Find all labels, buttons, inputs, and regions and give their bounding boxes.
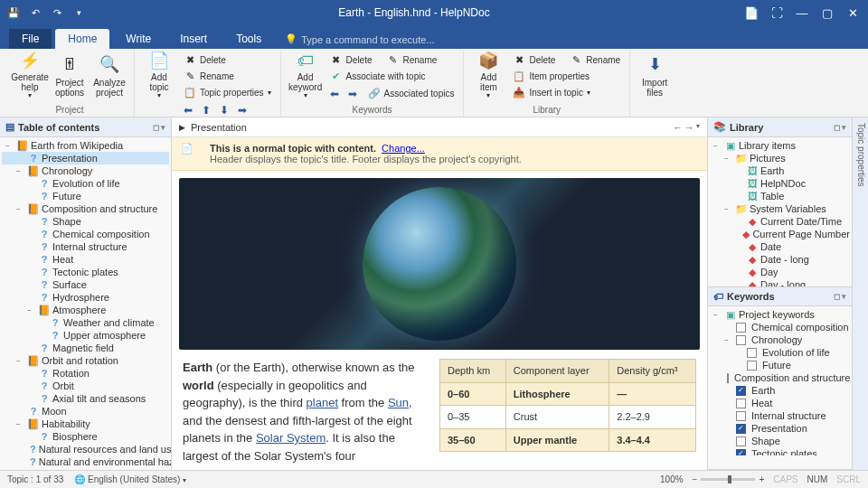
expand-toggle[interactable]: − <box>724 155 733 163</box>
tree-item[interactable]: ?Chemical composition <box>2 228 169 240</box>
analyze-project-button[interactable]: 🔍Analyze project <box>90 51 128 101</box>
tree-item[interactable]: ?Shape <box>2 215 169 228</box>
keyword-checkbox[interactable] <box>736 386 746 396</box>
tree-item[interactable]: ?Internal structure <box>2 240 169 253</box>
tree-item[interactable]: Composition and structure <box>710 371 850 384</box>
keyword-checkbox[interactable] <box>747 348 757 358</box>
breadcrumb-item[interactable]: Presentation <box>191 122 247 133</box>
tab-home[interactable]: Home <box>55 29 109 49</box>
maximize-button[interactable]: ▢ <box>816 1 839 24</box>
tree-item[interactable]: Evolution of life <box>710 346 850 359</box>
tree-item[interactable]: Shape <box>710 435 850 447</box>
panel-close[interactable]: ▾ <box>842 123 846 132</box>
tab-tools[interactable]: Tools <box>223 29 274 49</box>
keyword-checkbox[interactable] <box>736 436 746 446</box>
tree-item[interactable]: ?Orbit <box>2 380 169 392</box>
panel-pin[interactable]: ◻ <box>153 123 159 132</box>
expand-toggle[interactable]: − <box>27 306 36 314</box>
tree-item[interactable]: ?Upper atmosphere <box>2 329 169 342</box>
library-tree[interactable]: −▣Library items−📁Pictures🖼Earth🖼HelpNDoc… <box>708 137 852 286</box>
topic-content[interactable]: Earth (or the Earth), otherwise known as… <box>172 171 707 470</box>
zoom-slider[interactable] <box>701 478 755 481</box>
panel-pin[interactable]: ◻ <box>834 123 840 132</box>
rename-item-button[interactable]: ✎Rename <box>566 52 624 68</box>
keyword-checkbox[interactable] <box>736 424 746 434</box>
expand-toggle[interactable]: − <box>713 142 722 150</box>
insert-in-topic-button[interactable]: 📥Insert in topic ▾ <box>509 85 624 100</box>
close-button[interactable]: ✕ <box>841 1 864 24</box>
zoom-out-button[interactable]: − <box>693 474 698 484</box>
keyword-checkbox[interactable] <box>736 335 746 345</box>
expand-toggle[interactable]: − <box>16 167 25 175</box>
tree-item[interactable]: Earth <box>710 384 850 397</box>
expand-toggle[interactable]: − <box>724 205 733 213</box>
tree-item[interactable]: −📙Habitability <box>2 418 169 430</box>
add-item-button[interactable]: 📦Add item▾ <box>469 51 507 101</box>
move-right-button[interactable]: ➡ <box>234 103 250 117</box>
tree-item[interactable]: ?Surface <box>2 278 169 291</box>
change-link[interactable]: Change... <box>382 143 425 154</box>
kw-move-right[interactable]: ➡ <box>344 87 361 101</box>
tree-item[interactable]: ?Future <box>2 190 169 202</box>
import-files-button[interactable]: ⬇Import files <box>636 51 674 101</box>
tab-file[interactable]: File <box>9 29 52 49</box>
rename-keyword-button[interactable]: ✎Rename <box>383 52 441 68</box>
tree-item[interactable]: −📙Atmosphere <box>2 304 169 316</box>
tell-me[interactable]: 💡Type a command to execute... <box>278 30 441 49</box>
add-keyword-button[interactable]: 🏷Add keyword▾ <box>287 51 325 101</box>
expand-toggle[interactable]: − <box>5 142 14 150</box>
expand-toggle[interactable]: − <box>713 311 722 319</box>
qat-dropdown[interactable]: ▾ <box>69 3 89 23</box>
tree-item[interactable]: ?Evolution of life <box>2 177 169 190</box>
tree-item[interactable]: −📙Chronology <box>2 164 169 177</box>
move-left-button[interactable]: ⬅ <box>180 103 196 117</box>
tree-item[interactable]: Chemical composition <box>710 321 850 333</box>
tree-item[interactable]: ?Moon <box>2 405 169 418</box>
panel-close[interactable]: ▾ <box>161 123 165 132</box>
redo-button[interactable]: ↷ <box>47 3 67 23</box>
help-button[interactable]: 📄 <box>740 1 763 24</box>
keyword-checkbox[interactable] <box>736 411 746 421</box>
expand-toggle[interactable]: − <box>16 357 25 365</box>
delete-keyword-button[interactable]: ✖Delete <box>326 52 376 68</box>
zoom-in-button[interactable]: + <box>759 474 764 484</box>
tree-item[interactable]: ?Weather and climate <box>2 316 169 329</box>
add-topic-button[interactable]: 📄Add topic▾ <box>140 51 178 101</box>
tree-item[interactable]: −▣Library items <box>710 139 850 152</box>
panel-pin[interactable]: ◻ <box>834 292 840 301</box>
tree-item[interactable]: ◆Day <box>710 266 850 278</box>
generate-help-button[interactable]: ⚡Generate help▾ <box>11 51 49 101</box>
tab-insert[interactable]: Insert <box>167 29 220 49</box>
delete-topic-button[interactable]: ✖Delete <box>180 52 275 68</box>
tree-item[interactable]: Tectonic plates <box>710 447 850 455</box>
tree-item[interactable]: −▣Project keywords <box>710 308 850 321</box>
project-options-button[interactable]: 🎚Project options <box>51 51 89 101</box>
rename-topic-button[interactable]: ✎Rename <box>180 69 275 84</box>
associate-keyword-button[interactable]: ✔Associate with topic <box>326 69 458 84</box>
tree-item[interactable]: −📙Orbit and rotation <box>2 354 169 367</box>
tree-item[interactable]: Presentation <box>710 422 850 435</box>
expand-toggle[interactable]: − <box>724 336 733 344</box>
fullscreen-button[interactable]: ⛶ <box>765 1 788 24</box>
item-properties-button[interactable]: 📋Item properties <box>509 69 624 84</box>
status-language[interactable]: 🌐 English (United States) ▾ <box>74 474 186 484</box>
panel-close[interactable]: ▾ <box>842 292 846 301</box>
tree-item[interactable]: −Chronology <box>710 333 850 346</box>
kw-move-left[interactable]: ⬅ <box>326 87 343 101</box>
tree-item[interactable]: ◆Current Page Number <box>710 228 850 240</box>
expand-toggle[interactable]: − <box>16 205 25 213</box>
tree-item[interactable]: −📙Earth from Wikipedia <box>2 139 169 152</box>
tree-item[interactable]: ?Presentation <box>2 152 169 164</box>
keywords-tree[interactable]: −▣Project keywordsChemical composition−C… <box>708 306 852 455</box>
tree-item[interactable]: ?Natural and environmental haza <box>2 455 169 468</box>
tree-item[interactable]: ?Magnetic field <box>2 342 169 354</box>
delete-item-button[interactable]: ✖Delete <box>509 52 559 68</box>
tree-item[interactable]: ?Biosphere <box>2 430 169 443</box>
zoom-control[interactable]: − + <box>693 474 765 484</box>
tree-item[interactable]: 🖼HelpNDoc <box>710 177 850 190</box>
tree-item[interactable]: ?Rotation <box>2 367 169 380</box>
tree-item[interactable]: ?Hydrosphere <box>2 291 169 304</box>
tab-write[interactable]: Write <box>113 29 164 49</box>
tree-item[interactable]: −📁System Variables <box>710 202 850 215</box>
undo-button[interactable]: ↶ <box>25 3 45 23</box>
